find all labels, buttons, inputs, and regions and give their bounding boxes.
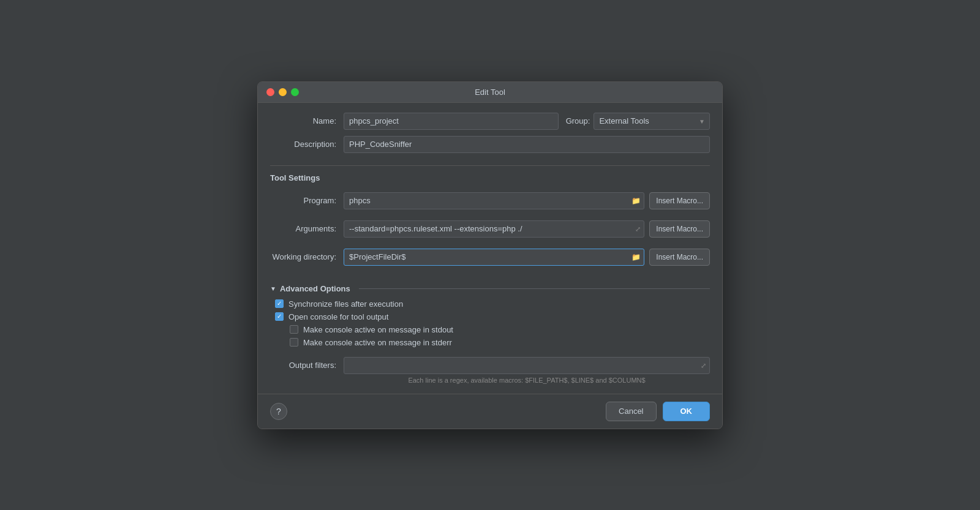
stdout-checkbox[interactable] [290, 325, 298, 334]
arguments-input-wrapper: ⤢ [344, 220, 644, 238]
stderr-checkbox-row: Make console active on message in stderr [290, 338, 710, 347]
bottom-bar: ? Cancel OK [258, 394, 722, 429]
working-dir-insert-macro-button[interactable]: Insert Macro... [649, 249, 710, 266]
name-group-row: Name: Group: External ToolsInternal Tool… [270, 113, 710, 130]
stderr-checkbox[interactable] [290, 338, 298, 347]
arguments-row: Arguments: ⤢ Insert Macro... [270, 220, 710, 238]
working-dir-label: Working directory: [270, 252, 344, 261]
program-input[interactable] [344, 192, 644, 209]
divider [270, 165, 710, 166]
stderr-label: Make console active on message in stderr [303, 338, 452, 347]
working-dir-input-wrapper: 📁 [344, 249, 644, 266]
stdout-checkbox-row: Make console active on message in stdout [290, 325, 710, 334]
working-dir-row: Working directory: 📁 Insert Macro... [270, 249, 710, 266]
group-label: Group: [566, 116, 594, 126]
description-input[interactable] [344, 136, 710, 153]
tool-settings-rows: Program: 📁 Insert Macro... Arguments: ⤢ … [270, 192, 710, 272]
sync-checkbox-row: Synchronize files after execution [275, 299, 710, 309]
description-label: Description: [270, 140, 344, 149]
tool-settings-section: Tool Settings Program: 📁 Insert Macro...… [270, 173, 710, 272]
collapse-icon: ▼ [270, 285, 276, 292]
program-input-wrapper: 📁 [344, 192, 644, 209]
program-row: Program: 📁 Insert Macro... [270, 192, 710, 209]
group-select-wrapper: External ToolsInternal Tools ▼ [594, 113, 710, 130]
name-label: Name: [270, 116, 344, 126]
expand-icon[interactable]: ⤢ [635, 225, 641, 233]
description-row: Description: [270, 136, 710, 153]
arguments-input[interactable] [344, 220, 644, 238]
window-controls [266, 88, 299, 96]
group-part: Group: External ToolsInternal Tools ▼ [566, 113, 710, 130]
output-filters-label: Output filters: [270, 361, 344, 370]
folder-icon[interactable]: 📁 [631, 197, 641, 205]
name-part: Name: [270, 113, 559, 130]
name-input[interactable] [344, 113, 559, 130]
maximize-button[interactable] [291, 88, 299, 96]
advanced-options-title: Advanced Options [280, 284, 350, 293]
stdout-label: Make console active on message in stdout [303, 325, 453, 334]
ok-button[interactable]: OK [663, 402, 710, 421]
program-label: Program: [270, 196, 344, 205]
group-select[interactable]: External ToolsInternal Tools [594, 113, 710, 130]
output-filters-input[interactable] [344, 357, 710, 374]
advanced-options-header[interactable]: ▼ Advanced Options [270, 284, 710, 293]
output-hint: Each line is a regex, available macros: … [270, 377, 710, 384]
dialog-title: Edit Tool [475, 88, 505, 97]
close-button[interactable] [266, 88, 274, 96]
advanced-divider [359, 288, 710, 289]
cancel-button[interactable]: Cancel [606, 402, 656, 421]
console-label: Open console for tool output [288, 312, 388, 321]
dialog-content: Name: Group: External ToolsInternal Tool… [258, 103, 722, 394]
sync-checkbox[interactable] [275, 299, 284, 308]
help-button[interactable]: ? [270, 403, 287, 420]
edit-tool-dialog: Edit Tool Name: Group: External ToolsInt… [257, 81, 723, 429]
console-checkbox-row: Open console for tool output [275, 312, 710, 321]
arguments-label: Arguments: [270, 224, 344, 233]
action-buttons: Cancel OK [606, 402, 710, 421]
output-filters-row: Output filters: ⤢ [270, 357, 710, 374]
working-dir-input[interactable] [344, 249, 644, 266]
output-filters-wrapper: ⤢ [344, 357, 710, 374]
output-expand-icon[interactable]: ⤢ [701, 361, 706, 369]
advanced-options-section: ▼ Advanced Options Synchronize files aft… [270, 284, 710, 351]
program-insert-macro-button[interactable]: Insert Macro... [649, 192, 710, 209]
sync-label: Synchronize files after execution [288, 299, 403, 309]
titlebar: Edit Tool [258, 82, 722, 103]
folder-icon-2[interactable]: 📁 [631, 253, 641, 261]
arguments-insert-macro-button[interactable]: Insert Macro... [649, 220, 710, 238]
console-checkbox[interactable] [275, 312, 284, 321]
minimize-button[interactable] [279, 88, 287, 96]
tool-settings-header: Tool Settings [270, 173, 710, 185]
